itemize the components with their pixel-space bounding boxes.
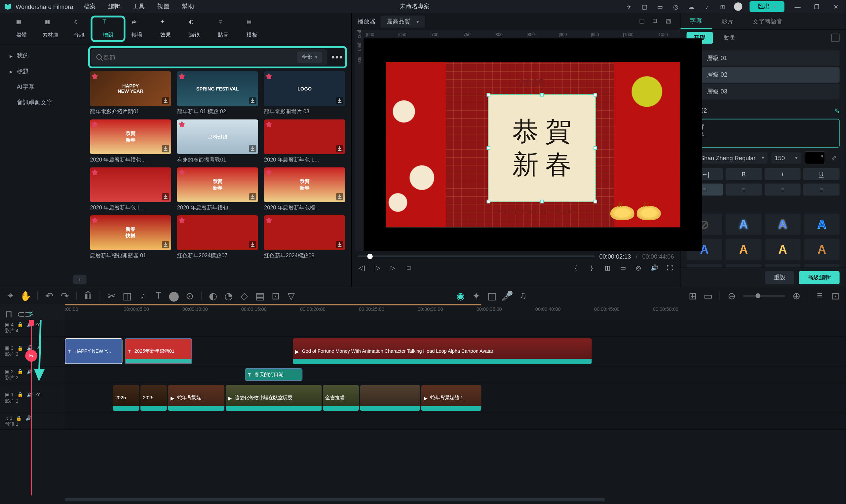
font-size-select[interactable]: 150▾ <box>771 152 801 163</box>
magnet-icon[interactable]: ⊓ <box>5 308 12 316</box>
display-icon[interactable]: ▭ <box>619 263 627 271</box>
delete-icon[interactable]: 🗑 <box>84 292 92 300</box>
tab-subtitle[interactable]: 字幕 <box>681 13 711 30</box>
menu-edit[interactable]: 編輯 <box>108 3 120 10</box>
clip-spring-lake[interactable]: T春天的河口湖 <box>245 368 302 381</box>
link-icon[interactable]: ⊂⊃ <box>17 308 24 316</box>
italic-button[interactable]: I <box>764 168 801 180</box>
clip-2025-title[interactable]: T2025年新年媒體01 <box>125 338 192 364</box>
asset-0[interactable]: HAPPY NEW YEAR龍年電影介紹片頭01 <box>90 71 171 115</box>
record-icon[interactable]: ⬤ <box>170 292 178 300</box>
asset-3[interactable]: 恭賀 新春2020 年農曆新年禮包... <box>90 119 171 163</box>
lock-icon[interactable]: 🔒 <box>17 322 23 327</box>
mask-icon[interactable]: ◔ <box>224 292 233 300</box>
track-4-lane[interactable] <box>65 320 846 337</box>
track-3-lane[interactable]: THAPPY NEW Y... T2025年新年媒體01 ▶God of For… <box>65 337 846 366</box>
zoom-slider[interactable] <box>743 295 785 296</box>
menu-tools[interactable]: 工具 <box>133 3 145 10</box>
audio-1-lane[interactable] <box>65 413 846 430</box>
preset-8[interactable]: A <box>687 264 722 268</box>
menu-file[interactable]: 檔案 <box>84 3 96 10</box>
effects-tool-icon[interactable]: ✦ <box>472 292 480 300</box>
preset-6[interactable]: A <box>765 239 800 260</box>
audio-tool-icon[interactable]: ♫ <box>519 292 527 300</box>
search-filter[interactable]: 全部▾ <box>297 52 322 63</box>
clip-cat3[interactable] <box>360 385 420 411</box>
zoom-in-icon[interactable]: ⊕ <box>792 292 800 300</box>
lib-side-2[interactable]: AI字幕 <box>2 79 82 95</box>
play-button[interactable]: ▷ <box>389 263 397 271</box>
clip-snake-bg[interactable]: ▶蛇年背景媒... <box>168 385 224 411</box>
ai-tool-icon[interactable]: ◉ <box>456 292 465 300</box>
mute-icon[interactable]: 🔊 <box>27 322 33 327</box>
lib-side-3[interactable]: 音訊驅動文字 <box>2 95 82 110</box>
layer-2[interactable]: T層級 02 <box>687 67 840 83</box>
crop-icon[interactable]: ◫ <box>603 263 611 271</box>
preset-11[interactable]: A <box>804 264 840 268</box>
mark-out-icon[interactable]: } <box>587 263 596 271</box>
compare-icon[interactable]: ◫ <box>639 18 647 26</box>
scrub-bar[interactable] <box>357 256 595 257</box>
lib-tab-4[interactable]: ⇄轉場 <box>122 18 151 39</box>
preview-canvas[interactable]: 財 財 2025 恭 賀新 春 HAPPY NEW YEAR <box>364 38 702 251</box>
pointer-tool-icon[interactable]: ⌖ <box>6 292 14 300</box>
eye-icon[interactable]: 👁 <box>36 392 41 397</box>
clip-v1b[interactable]: 2025 <box>140 385 167 411</box>
eyedropper-icon[interactable]: ✐ <box>829 152 840 163</box>
asset-5[interactable]: 2020 年農曆新年包 L... <box>264 119 345 163</box>
mute-icon[interactable]: 🔊 <box>27 392 33 397</box>
hand-tool-icon[interactable]: ✋ <box>21 292 30 300</box>
prev-button[interactable]: ◁| <box>357 263 366 271</box>
mute-icon[interactable]: 🔊 <box>25 415 31 421</box>
lib-tab-7[interactable]: ☺貼圖 <box>209 18 237 39</box>
preset-10[interactable]: A <box>765 264 800 268</box>
fullscreen-icon[interactable]: ⛶ <box>666 263 674 271</box>
timeline-ruler[interactable]: :00:0000:00:05:0000:00:10:0000:00:15:000… <box>65 304 846 320</box>
subtab-animation[interactable]: 動畫 <box>717 32 743 43</box>
asset-2[interactable]: LOGO龍年電影開場片 03 <box>264 71 345 115</box>
close-button[interactable]: ✕ <box>830 1 842 13</box>
asset-1[interactable]: SPRING FESTIVAL龍年新年 01 標題 02 <box>177 71 258 115</box>
asset-10[interactable]: 紅色新年2024標題07 <box>177 215 258 259</box>
headphones-icon[interactable]: ♪ <box>703 2 711 11</box>
clip-v1a[interactable]: 2025 <box>113 385 139 411</box>
search-box[interactable]: 全部▾ <box>91 49 327 66</box>
font-color-select[interactable] <box>805 151 825 164</box>
export-button[interactable]: 匯出▾ <box>750 1 784 12</box>
bold-button[interactable]: B <box>725 168 762 180</box>
lock-icon[interactable]: 🔒 <box>16 415 22 421</box>
eye-icon[interactable]: 👁 <box>36 345 41 350</box>
asset-7[interactable]: 恭賀 新春2020 年農曆新年禮包... <box>177 167 258 212</box>
monitor-icon[interactable]: ▭ <box>656 2 664 11</box>
list-view-icon[interactable]: ≡ <box>816 292 824 300</box>
lib-tab-1[interactable]: ▦素材庫 <box>36 18 65 39</box>
asset-4[interactable]: 근하신년有趣的春節揭幕戰01 <box>177 119 258 163</box>
ruler-icon[interactable]: ⊡ <box>652 18 660 26</box>
adjust-icon[interactable]: ◫ <box>488 292 496 300</box>
track-1-lane[interactable]: 2025 2025 ▶蛇年背景媒... ▶這隻化條紋小貓在臥室玩耍 金吉拉貓 ▶… <box>65 383 846 413</box>
group-icon[interactable]: ⊡ <box>271 292 280 300</box>
preset-2[interactable]: A <box>765 213 800 235</box>
asset-6[interactable]: 2020 年農曆新年包 L... <box>90 167 171 212</box>
search-more-button[interactable]: ••• <box>331 52 344 63</box>
lock-icon[interactable]: 🔒 <box>17 345 23 350</box>
color-tool-icon[interactable]: ◐ <box>209 292 217 300</box>
minimize-button[interactable]: ― <box>792 1 804 13</box>
range-icon[interactable]: ▭ <box>704 292 712 300</box>
cloud-icon[interactable]: ☁ <box>687 2 695 11</box>
asset-9[interactable]: 新春 快樂農曆新年禮包開瓶器 01 <box>90 215 171 259</box>
align-justify-button[interactable]: ≡ <box>803 184 840 196</box>
marker-tool-icon[interactable]: ▽ <box>287 292 295 300</box>
grid-icon[interactable]: ⊞ <box>719 2 727 11</box>
lib-tab-3[interactable]: T標題 <box>93 18 122 39</box>
tab-tts[interactable]: 文字轉語音 <box>743 13 792 30</box>
clip-snake-bg2[interactable]: ▶蛇年背景媒體 1 <box>421 385 481 411</box>
split-icon[interactable]: ✂ <box>107 292 116 300</box>
disc-icon[interactable]: ◎ <box>671 2 680 11</box>
clip-cat2[interactable]: 金吉拉貓 <box>323 385 359 411</box>
mute-icon[interactable]: 🔊 <box>27 345 33 350</box>
align-right-button[interactable]: ≡ <box>764 184 801 196</box>
preset-3[interactable]: A <box>804 213 840 235</box>
track-icon[interactable]: ▤ <box>256 292 264 300</box>
menu-help[interactable]: 幫助 <box>182 3 194 10</box>
